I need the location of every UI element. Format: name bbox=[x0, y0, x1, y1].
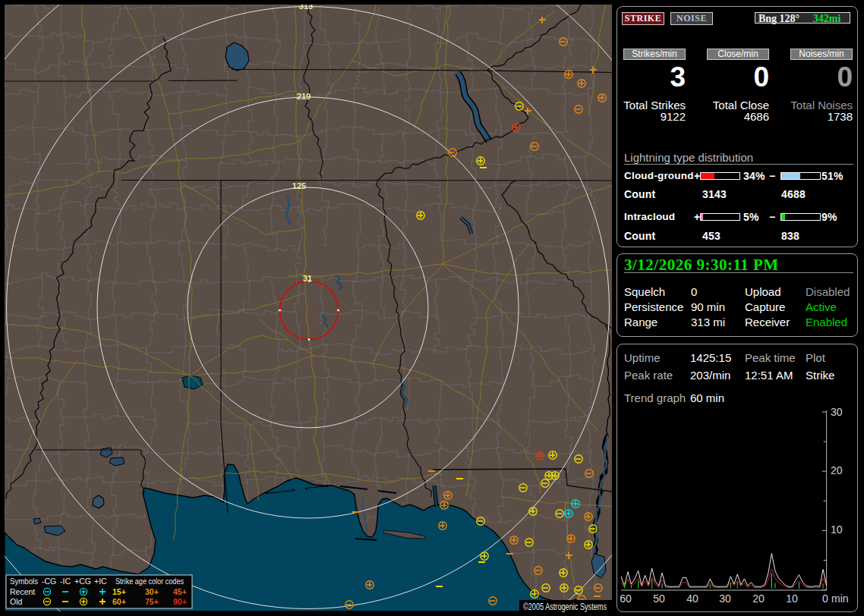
svg-text:0: 0 bbox=[822, 592, 828, 605]
svg-text:+CG: +CG bbox=[74, 577, 91, 586]
svg-text:©2005 Astrogenic Systems: ©2005 Astrogenic Systems bbox=[523, 601, 607, 612]
svg-text:10: 10 bbox=[831, 523, 843, 536]
svg-text:20: 20 bbox=[752, 592, 765, 605]
svg-text:min: min bbox=[831, 592, 849, 605]
svg-text:90+: 90+ bbox=[173, 597, 187, 606]
svg-text:75+: 75+ bbox=[145, 597, 159, 606]
svg-text:-IC: -IC bbox=[60, 577, 71, 586]
svg-text:30: 30 bbox=[831, 406, 843, 418]
svg-text:10: 10 bbox=[786, 592, 798, 605]
svg-text:125: 125 bbox=[292, 181, 306, 190]
svg-text:45+: 45+ bbox=[173, 587, 187, 596]
svg-text:-CG: -CG bbox=[42, 577, 56, 586]
svg-text:15+: 15+ bbox=[112, 587, 126, 596]
svg-text:50: 50 bbox=[653, 592, 665, 605]
svg-text:+IC: +IC bbox=[94, 577, 107, 586]
svg-text:219: 219 bbox=[297, 92, 311, 101]
svg-text:20: 20 bbox=[831, 464, 843, 476]
svg-text:30: 30 bbox=[719, 592, 731, 605]
svg-text:31: 31 bbox=[303, 274, 312, 283]
svg-text:Old: Old bbox=[10, 597, 23, 606]
svg-text:Strike age color codes: Strike age color codes bbox=[115, 577, 184, 586]
svg-text:Symbols: Symbols bbox=[10, 577, 38, 586]
svg-text:Recent: Recent bbox=[10, 587, 35, 596]
svg-text:60: 60 bbox=[620, 592, 632, 605]
svg-text:40: 40 bbox=[686, 592, 698, 605]
svg-text:60+: 60+ bbox=[112, 597, 126, 606]
svg-text:30+: 30+ bbox=[145, 587, 159, 596]
